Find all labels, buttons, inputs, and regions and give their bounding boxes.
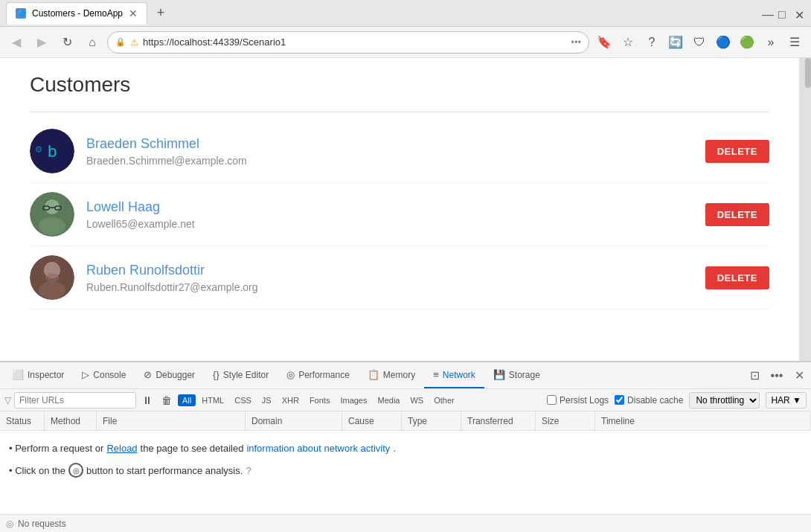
style-editor-icon: {} — [213, 369, 219, 380]
filter-fonts-button[interactable]: Fonts — [305, 394, 335, 406]
disable-cache-label[interactable]: Disable cache — [615, 395, 683, 406]
filter-urls-input[interactable] — [14, 392, 136, 408]
lock-icon: 🔒 — [115, 37, 126, 47]
header-timeline: Timeline — [595, 411, 811, 430]
home-button[interactable]: ⌂ — [82, 32, 103, 53]
devtools-more-button[interactable]: ••• — [768, 367, 786, 385]
har-button[interactable]: HAR ▼ — [766, 392, 807, 408]
tab-storage[interactable]: 💾 Storage — [484, 362, 549, 388]
back-button[interactable]: ◀ — [6, 32, 27, 53]
extension2-icon[interactable]: 🛡 — [689, 32, 710, 53]
network-toolbar-right: Persist Logs Disable cache No throttling… — [547, 392, 807, 408]
filter-images-button[interactable]: Images — [336, 394, 371, 406]
svg-point-5 — [39, 217, 65, 235]
tab-performance[interactable]: ◎ Performance — [278, 362, 359, 388]
throttle-select[interactable]: No throttling — [689, 392, 760, 408]
tab-memory[interactable]: 📋 Memory — [359, 362, 424, 388]
bookmarks-icon[interactable]: 🔖 — [594, 32, 615, 53]
header-size: Size — [536, 411, 595, 430]
pause-recording-button[interactable]: ⏸ — [139, 394, 156, 406]
disable-cache-text: Disable cache — [627, 395, 683, 406]
header-status: Status — [0, 411, 45, 430]
maximize-button[interactable]: □ — [778, 8, 789, 19]
scrollbar-thumb[interactable] — [805, 58, 811, 88]
tab-style-editor-label: Style Editor — [223, 370, 269, 380]
performance-inline-icon: ◎ — [68, 463, 83, 478]
header-domain: Domain — [246, 411, 342, 430]
forward-button[interactable]: ▶ — [31, 32, 52, 53]
tab-style-editor[interactable]: {} Style Editor — [204, 362, 278, 388]
tab-debugger[interactable]: ⊘ Debugger — [135, 362, 204, 388]
devtools-tab-right: ⊡ ••• ✕ — [746, 367, 808, 385]
disable-cache-checkbox[interactable] — [615, 395, 624, 405]
extension3-icon[interactable]: 🔵 — [713, 32, 734, 53]
network-hint-2: • Click on the ◎ button to start perform… — [9, 463, 802, 478]
persist-logs-text: Persist Logs — [560, 395, 609, 406]
network-empty-state: • Perform a request or Reload the page t… — [0, 431, 811, 514]
title-bar: 🔷 Customers - DemoApp ✕ + — □ ✕ — [0, 0, 811, 27]
star-icon[interactable]: ☆ — [618, 32, 638, 53]
extension4-icon[interactable]: 🟢 — [737, 32, 757, 53]
menu-icon[interactable]: ☰ — [784, 32, 805, 53]
devtools-close-button[interactable]: ✕ — [790, 367, 808, 385]
page-title: Customers — [30, 73, 769, 97]
table-row: Ruben Runolfsdottir Ruben.Runolfsdottir2… — [30, 246, 769, 310]
bullet-1: • Perform a request or — [9, 443, 103, 454]
svg-text:⚙: ⚙ — [36, 143, 42, 155]
customer-info: Lowell Haag Lowell65@example.net — [86, 199, 693, 230]
delete-button[interactable]: DELETE — [705, 140, 769, 163]
filter-other-button[interactable]: Other — [429, 394, 459, 406]
storage-icon: 💾 — [493, 369, 505, 380]
extension-icon[interactable]: 🔄 — [665, 32, 686, 53]
tab-network-label: Network — [443, 370, 475, 380]
hint-2-suffix: button to start performance analysis. — [86, 465, 243, 476]
tab-console-label: Console — [93, 370, 126, 380]
tab-network[interactable]: ≡ Network — [424, 362, 484, 388]
filter-js-button[interactable]: JS — [257, 394, 276, 406]
close-button[interactable]: ✕ — [795, 8, 805, 19]
performance-icon: ◎ — [286, 369, 295, 380]
tab-console[interactable]: ▷ Console — [73, 362, 135, 388]
delete-button[interactable]: DELETE — [705, 266, 769, 289]
address-bar[interactable]: 🔒 ⚠ https://localhost:44339/Scenario1 ••… — [107, 31, 589, 54]
filter-ws-button[interactable]: WS — [406, 394, 428, 406]
performance-help-icon[interactable]: ? — [246, 465, 251, 476]
network-activity-link[interactable]: information about network activity — [246, 443, 390, 454]
persist-logs-label[interactable]: Persist Logs — [547, 395, 609, 406]
filter-all-button[interactable]: All — [178, 394, 196, 406]
url-text[interactable]: https://localhost:44339/Scenario1 — [143, 36, 286, 48]
avatar: b ⚙ — [30, 129, 74, 173]
filter-xhr-button[interactable]: XHR — [278, 394, 304, 406]
reload-link[interactable]: Reload — [106, 443, 137, 454]
clear-button[interactable]: 🗑 — [158, 394, 175, 406]
customer-name: Lowell Haag — [86, 199, 693, 215]
tab-inspector[interactable]: ⬜ Inspector — [3, 362, 73, 388]
page-scrollbar[interactable] — [805, 58, 811, 361]
devtools-dock-button[interactable]: ⊡ — [746, 367, 763, 385]
help-icon[interactable]: ? — [641, 32, 662, 53]
svg-point-4 — [45, 199, 60, 214]
status-icon: ◎ — [6, 519, 13, 529]
browser-tab[interactable]: 🔷 Customers - DemoApp ✕ — [6, 2, 147, 25]
persist-logs-checkbox[interactable] — [547, 395, 557, 405]
customer-name: Braeden Schimmel — [86, 136, 693, 152]
no-requests-text: No requests — [18, 519, 66, 529]
customer-name: Ruben Runolfsdottir — [86, 263, 693, 278]
customer-email: Lowell65@example.net — [86, 218, 693, 230]
more-options-icon[interactable]: ••• — [571, 36, 581, 48]
nav-actions: 🔖 ☆ ? 🔄 🛡 🔵 🟢 » ☰ — [594, 32, 805, 53]
new-tab-button[interactable]: + — [150, 3, 171, 24]
filter-html-button[interactable]: HTML — [197, 394, 228, 406]
tab-memory-label: Memory — [383, 370, 415, 380]
tab-close-button[interactable]: ✕ — [129, 8, 138, 19]
reload-button[interactable]: ↻ — [57, 32, 77, 53]
delete-button[interactable]: DELETE — [705, 203, 769, 226]
more-nav-icon[interactable]: » — [760, 32, 781, 53]
filter-media-button[interactable]: Media — [373, 394, 404, 406]
svg-point-11 — [39, 281, 65, 299]
minimize-button[interactable]: — — [762, 8, 772, 19]
filter-css-button[interactable]: CSS — [230, 394, 256, 406]
customer-email: Braeden.Schimmel@example.com — [86, 155, 693, 167]
tab-debugger-label: Debugger — [156, 370, 195, 380]
customer-info: Ruben Runolfsdottir Ruben.Runolfsdottir2… — [86, 263, 693, 293]
